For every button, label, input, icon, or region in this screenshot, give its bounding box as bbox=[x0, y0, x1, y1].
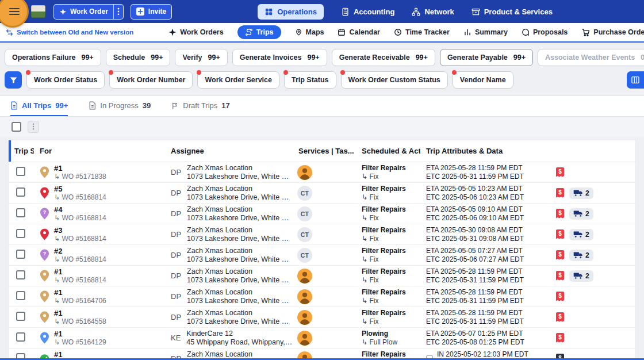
row-checkbox[interactable] bbox=[16, 270, 25, 279]
row-checkbox[interactable] bbox=[16, 187, 25, 197]
trip-number[interactable]: #4 bbox=[54, 205, 106, 214]
logo-image[interactable] bbox=[31, 5, 45, 18]
action-chip-generate-payable[interactable]: Generate Payable 99+ bbox=[440, 49, 533, 66]
customer-name: Zach Xmas Location bbox=[187, 288, 293, 297]
filter-chip-work-order-number[interactable]: Work Order Number bbox=[109, 71, 193, 89]
subnav-item-proposals[interactable]: Proposals bbox=[522, 28, 568, 36]
subnav-item-purchase-orders[interactable]: Purchase Orders bbox=[581, 28, 644, 37]
subnav-item-calendar[interactable]: Calendar bbox=[338, 28, 380, 36]
filter-chip-work-order-service[interactable]: Work Order Service bbox=[197, 71, 279, 89]
trip-number[interactable]: #3 bbox=[54, 226, 106, 235]
work-order-number[interactable]: ↳ WO #5168814 bbox=[54, 193, 106, 202]
work-order-number[interactable]: ↳ WO #5164706 bbox=[54, 297, 106, 305]
select-all-checkbox[interactable] bbox=[12, 122, 21, 132]
action-chip-verify[interactable]: Verify 99+ bbox=[175, 49, 227, 66]
trip-number[interactable]: #1 bbox=[54, 288, 106, 297]
invoice-icon[interactable]: $ bbox=[556, 167, 564, 178]
table-row[interactable]: #3 ↳ WO #5168814 DP Zach Xmas Location 1… bbox=[9, 224, 635, 245]
trip-number[interactable]: #1 bbox=[54, 309, 106, 317]
trip-number[interactable]: #1 bbox=[54, 164, 106, 173]
column-settings-button[interactable] bbox=[627, 71, 644, 89]
invoice-icon[interactable]: $ bbox=[556, 250, 564, 261]
action-chip-generate-receivable[interactable]: Generate Receivable 99+ bbox=[332, 49, 435, 66]
row-checkbox[interactable] bbox=[16, 208, 25, 217]
truck-count-badge[interactable]: 2 bbox=[569, 187, 593, 199]
truck-icon bbox=[573, 189, 583, 197]
trip-number[interactable]: #5 bbox=[54, 185, 106, 193]
assignee-avatar-initials[interactable]: CT bbox=[297, 227, 312, 242]
work-order-split-button[interactable]: Work Order bbox=[53, 4, 124, 20]
subnav-item-work-orders[interactable]: Work Orders bbox=[168, 28, 224, 36]
work-order-number[interactable]: ↳ WO #5168814 bbox=[54, 255, 106, 264]
invoice-icon[interactable]: $ bbox=[556, 292, 564, 302]
row-checkbox[interactable] bbox=[16, 167, 25, 176]
filter-chip-vendor-name[interactable]: Vendor Name bbox=[453, 71, 513, 89]
table-row[interactable]: #1 ↳ WO #5164706 DP Zach Xmas Location 1… bbox=[9, 286, 635, 307]
row-checkbox[interactable] bbox=[16, 229, 25, 238]
table-row[interactable]: #1 ↳ WO #5164558 DP Zach Xmas Location 1… bbox=[9, 307, 635, 328]
topnav-item-accounting[interactable]: Accounting bbox=[341, 7, 395, 16]
menu-button[interactable] bbox=[6, 3, 23, 20]
invoice-icon[interactable]: $ bbox=[556, 312, 564, 323]
assignee-avatar-initials[interactable]: CT bbox=[297, 248, 312, 263]
truck-count-badge[interactable]: 2 bbox=[569, 208, 593, 220]
row-checkbox[interactable] bbox=[16, 250, 25, 259]
invoice-icon[interactable]: $ bbox=[556, 271, 564, 281]
topnav-item-product-services[interactable]: Product & Services bbox=[471, 7, 553, 16]
work-order-number[interactable]: ↳ WO #5164129 bbox=[54, 338, 106, 347]
work-order-number[interactable]: ↳ WO #5171838 bbox=[54, 173, 106, 181]
subnav-item-time-tracker[interactable]: Time Tracker bbox=[394, 28, 450, 36]
assignee-avatar-initials[interactable]: CT bbox=[297, 186, 312, 201]
switch-version-link[interactable]: Switch between Old and New version bbox=[6, 29, 133, 36]
work-order-number[interactable]: ↳ WO #5164558 bbox=[54, 317, 106, 326]
invoice-icon[interactable]: $ bbox=[556, 188, 564, 198]
subnav-item-summary[interactable]: Summary bbox=[463, 28, 508, 36]
truck-count-badge[interactable]: 2 bbox=[569, 270, 593, 282]
tab-all-trips[interactable]: All Trips 99+ bbox=[10, 96, 68, 116]
trip-number[interactable]: #2 bbox=[54, 247, 106, 255]
tab-draft-trips[interactable]: Draft Trips 17 bbox=[171, 96, 229, 116]
filter-chip-work-order-custom-status[interactable]: Work Order Custom Status bbox=[341, 71, 448, 89]
row-checkbox[interactable] bbox=[16, 332, 25, 342]
work-order-number[interactable]: ↳ WO #5168814 bbox=[54, 235, 106, 243]
tab-in-progress[interactable]: In Progress 39 bbox=[89, 96, 151, 116]
table-row[interactable]: ? #4 ↳ WO #5168814 DP Zach Xmas Location… bbox=[9, 204, 635, 224]
truck-count-badge[interactable]: 2 bbox=[569, 229, 593, 240]
topnav-item-operations[interactable]: Operations bbox=[258, 4, 324, 20]
invoice-icon[interactable]: $ bbox=[556, 229, 564, 240]
assignee-avatar[interactable] bbox=[297, 269, 312, 284]
invite-button[interactable]: Invite bbox=[131, 4, 172, 20]
truck-count-badge[interactable]: 2 bbox=[569, 250, 593, 261]
table-row[interactable]: #5 ↳ WO #5168814 DP Zach Xmas Location 1… bbox=[9, 183, 635, 204]
assignee-avatar[interactable] bbox=[297, 289, 312, 304]
table-row[interactable]: #1 ↳ WO #5164129 KE KinderCare 12 45 Whi… bbox=[9, 328, 635, 348]
action-chip-generate-invoices[interactable]: Generate Invoices 99+ bbox=[232, 49, 327, 66]
action-chip-schedule[interactable]: Schedule 99+ bbox=[106, 49, 171, 66]
action-chip-associate-weather-events[interactable]: Associate Weather Events 0 bbox=[538, 49, 644, 66]
action-chip-operations-failure[interactable]: Operations Failure 99+ bbox=[5, 49, 101, 66]
assignee-avatar[interactable] bbox=[297, 331, 312, 346]
trip-number[interactable]: #1 bbox=[54, 330, 106, 338]
invoice-icon[interactable]: $ bbox=[556, 209, 564, 219]
filter-chip-trip-status[interactable]: Trip Status bbox=[284, 71, 336, 89]
filter-chip-work-order-status[interactable]: Work Order Status bbox=[26, 71, 105, 89]
trip-number[interactable]: #1 bbox=[54, 350, 106, 359]
topnav-item-network[interactable]: Network bbox=[412, 7, 454, 16]
table-row[interactable]: #1 ↳ WO #5171838 DP Zach Xmas Location 1… bbox=[9, 162, 635, 183]
assignee-avatar[interactable] bbox=[297, 165, 312, 180]
filter-funnel-button[interactable] bbox=[5, 71, 22, 89]
subnav-item-maps[interactable]: Maps bbox=[295, 28, 324, 36]
work-order-number[interactable]: ↳ WO #5168814 bbox=[54, 214, 106, 223]
bulk-actions-button[interactable] bbox=[28, 121, 39, 133]
table-row[interactable]: ? #2 ↳ WO #5168814 DP Zach Xmas Location… bbox=[9, 245, 635, 266]
row-checkbox[interactable] bbox=[16, 312, 25, 321]
invoice-icon[interactable]: $ bbox=[556, 333, 564, 343]
trip-number[interactable]: #1 bbox=[54, 267, 106, 276]
assignee-avatar[interactable] bbox=[297, 310, 312, 325]
row-checkbox[interactable] bbox=[16, 291, 25, 300]
work-order-more-button[interactable] bbox=[113, 5, 123, 19]
assignee-avatar-initials[interactable]: CT bbox=[297, 206, 312, 221]
work-order-number[interactable]: ↳ WO #5168814 bbox=[54, 276, 106, 285]
table-row[interactable]: #1 ↳ WO #5168814 DP Zach Xmas Location 1… bbox=[9, 266, 635, 286]
subnav-item-trips[interactable]: Trips bbox=[237, 25, 281, 39]
